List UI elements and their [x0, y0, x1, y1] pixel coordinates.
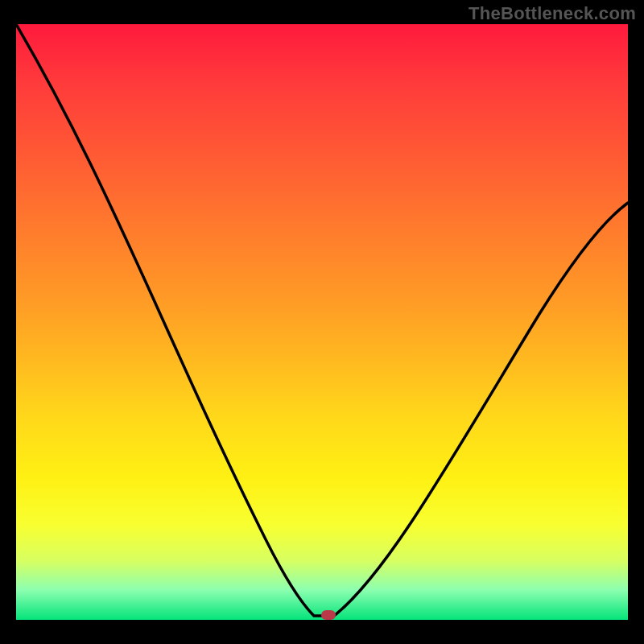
plot-area: [16, 24, 628, 620]
curve-path: [16, 24, 628, 616]
chart-frame: TheBottleneck.com: [0, 0, 644, 644]
optimal-marker: [321, 610, 336, 620]
bottleneck-curve: [16, 24, 628, 620]
watermark-text: TheBottleneck.com: [469, 3, 636, 24]
